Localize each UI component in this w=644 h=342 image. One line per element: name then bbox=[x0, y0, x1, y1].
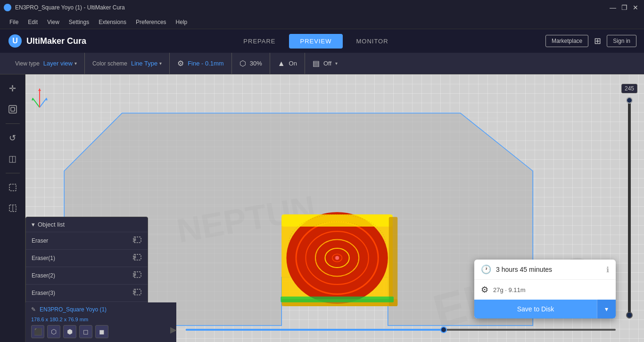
grid-icon[interactable]: ⊞ bbox=[594, 36, 601, 46]
save-dropdown-button[interactable]: ▾ bbox=[597, 300, 616, 318]
app-logo: U UltiMaker Cura bbox=[8, 33, 86, 49]
tool-side[interactable]: ⬢ bbox=[63, 325, 76, 338]
signin-button[interactable]: Sign in bbox=[607, 35, 636, 47]
play-button[interactable]: ▶ bbox=[167, 323, 180, 336]
print-material: 27g · 9.11m bbox=[493, 286, 609, 293]
object-item-eraser1[interactable]: Eraser(1) bbox=[26, 249, 148, 267]
quality-value[interactable]: Fine - 0.1mm bbox=[188, 60, 224, 67]
print-time: 3 hours 45 minutes bbox=[496, 266, 602, 273]
settings-icon[interactable]: ⚙ bbox=[177, 59, 184, 68]
edit-icon: ✎ bbox=[31, 306, 36, 313]
tool-iso[interactable]: ◼ bbox=[95, 325, 108, 338]
close-button[interactable]: ✕ bbox=[631, 3, 640, 12]
layer-max-value: 245 bbox=[621, 84, 637, 93]
svg-marker-12 bbox=[38, 89, 41, 91]
eraser-icon bbox=[132, 235, 142, 246]
adhesion-icon: ▤ bbox=[313, 59, 320, 68]
logo-text: UltiMaker Cura bbox=[26, 36, 86, 46]
color-scheme-label: Color scheme bbox=[92, 60, 127, 67]
adhesion-chevron: ▾ bbox=[335, 61, 338, 66]
object-item-eraser2[interactable]: Eraser(2) bbox=[26, 267, 148, 284]
view-type-select[interactable]: Layer view ▾ bbox=[43, 60, 77, 67]
svg-line-50 bbox=[134, 289, 135, 295]
color-scheme-select[interactable]: Line Type ▾ bbox=[131, 60, 162, 67]
title-bar-controls: — ❐ ✕ bbox=[608, 3, 640, 12]
object-list-panel: ▾ Object list Eraser Eraser(1) Eraser(2) bbox=[25, 217, 148, 314]
object-list-header[interactable]: ▾ Object list bbox=[26, 217, 148, 232]
adhesion-label[interactable]: Off bbox=[323, 60, 331, 67]
tool-perspective[interactable]: ⬛ bbox=[31, 325, 44, 338]
save-btn-row: Save to Disk ▾ bbox=[474, 300, 616, 318]
time-icon: 🕐 bbox=[481, 264, 491, 275]
minimize-button[interactable]: — bbox=[608, 3, 618, 12]
print-info-panel: 🕐 3 hours 45 minutes ℹ ⚙ 27g · 9.11m Sav… bbox=[474, 260, 616, 318]
menu-view[interactable]: View bbox=[43, 17, 63, 27]
layer-thumb-bottom[interactable] bbox=[626, 312, 633, 318]
marketplace-button[interactable]: Marketplace bbox=[545, 35, 588, 47]
left-sidebar: ✛ ↺ ◫ bbox=[0, 74, 25, 342]
tool-rotate[interactable]: ↺ bbox=[4, 130, 21, 147]
object-list-chevron: ▾ bbox=[32, 221, 35, 228]
tab-prepare[interactable]: PREPARE bbox=[232, 34, 287, 49]
tab-preview[interactable]: PREVIEW bbox=[289, 34, 343, 49]
svg-line-41 bbox=[134, 237, 135, 243]
tool-mirror[interactable]: ◫ bbox=[4, 150, 21, 167]
toolbar-row: View type Layer view ▾ Color scheme Line… bbox=[0, 53, 644, 74]
menu-file[interactable]: File bbox=[6, 17, 22, 27]
menu-extensions[interactable]: Extensions bbox=[95, 17, 130, 27]
object-item-eraser[interactable]: Eraser bbox=[26, 232, 148, 249]
view-type-group: View type Layer view ▾ bbox=[8, 53, 85, 74]
view-type-chevron: ▾ bbox=[74, 61, 77, 66]
layer-thumb-top[interactable] bbox=[626, 97, 633, 104]
menu-edit[interactable]: Edit bbox=[24, 17, 41, 27]
svg-rect-2 bbox=[9, 106, 17, 113]
save-to-disk-button[interactable]: Save to Disk bbox=[474, 300, 597, 318]
app-icon bbox=[4, 4, 11, 11]
layer-track[interactable] bbox=[628, 97, 631, 318]
object-item-eraser3[interactable]: Eraser(3) bbox=[26, 284, 148, 301]
nav-right: Marketplace ⊞ Sign in bbox=[545, 35, 636, 47]
object-list-title: Object list bbox=[38, 221, 65, 228]
content-area: ✛ ↺ ◫ bbox=[0, 74, 644, 342]
svg-rect-4 bbox=[9, 184, 16, 191]
tool-move[interactable]: ✛ bbox=[4, 80, 21, 97]
menu-preferences[interactable]: Preferences bbox=[132, 17, 170, 27]
eraser1-icon bbox=[132, 252, 142, 264]
print-time-row: 🕐 3 hours 45 minutes ℹ bbox=[474, 260, 616, 280]
model-dimensions: 178.6 x 180.2 x 76.9 mm bbox=[31, 317, 88, 322]
sidebar-divider-2 bbox=[6, 173, 20, 173]
sidebar-divider-1 bbox=[6, 123, 20, 124]
tool-scale[interactable] bbox=[4, 101, 21, 118]
layer-progress-fill bbox=[186, 329, 444, 331]
svg-line-7 bbox=[40, 98, 47, 107]
infill-icon: ⬡ bbox=[239, 59, 246, 68]
playback-bar: ▶ bbox=[167, 323, 616, 336]
menu-settings[interactable]: Settings bbox=[65, 17, 93, 27]
infill-group: ⬡ 30% bbox=[232, 53, 270, 74]
infill-value[interactable]: 30% bbox=[250, 60, 262, 67]
tool-support[interactable] bbox=[4, 179, 21, 196]
svg-line-47 bbox=[134, 272, 135, 277]
tool-custom-support[interactable] bbox=[4, 200, 21, 217]
eraser2-icon bbox=[132, 270, 142, 281]
layer-progress-thumb[interactable] bbox=[440, 326, 447, 333]
svg-rect-3 bbox=[11, 107, 15, 111]
print-material-row: ⚙ 27g · 9.11m bbox=[474, 280, 616, 300]
tool-front[interactable]: ⬡ bbox=[47, 325, 60, 338]
tool-top[interactable]: ◻ bbox=[79, 325, 92, 338]
svg-rect-39 bbox=[281, 297, 394, 302]
eraser3-icon bbox=[132, 287, 142, 299]
support-icon: ▲ bbox=[278, 59, 285, 68]
material-icon: ⚙ bbox=[481, 285, 488, 295]
main-nav: U UltiMaker Cura PREPARE PREVIEW MONITOR… bbox=[0, 29, 644, 53]
info-button[interactable]: ℹ bbox=[606, 265, 609, 274]
support-label[interactable]: On bbox=[289, 60, 297, 67]
viewport[interactable]: NEPTUN ELEGO bbox=[25, 74, 644, 342]
tab-monitor[interactable]: MONITOR bbox=[345, 34, 399, 49]
maximize-button[interactable]: ❐ bbox=[619, 3, 629, 12]
settings-group: ⚙ Fine - 0.1mm bbox=[170, 53, 232, 74]
layer-progress-track[interactable] bbox=[186, 329, 616, 331]
svg-rect-33 bbox=[281, 214, 393, 227]
model-name: EN3PRO_Square Yoyo (1) bbox=[40, 306, 107, 313]
menu-help[interactable]: Help bbox=[172, 17, 191, 27]
